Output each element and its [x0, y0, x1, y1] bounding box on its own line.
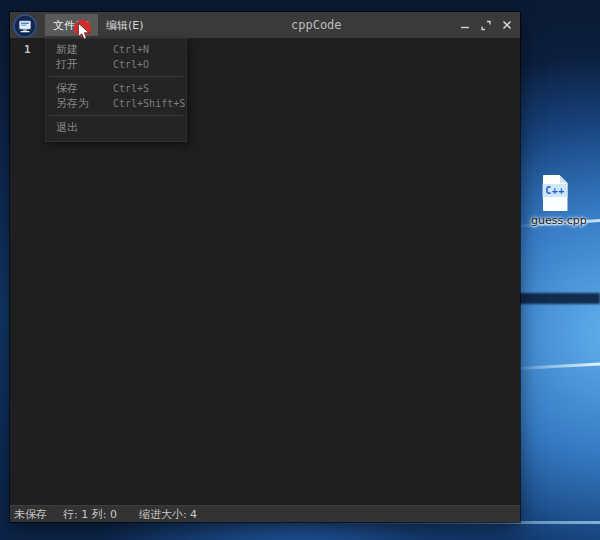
maximize-button[interactable]: [475, 12, 496, 38]
menu-item-label: 保存: [56, 81, 113, 96]
menu-item-shortcut: Ctrl+S: [113, 83, 149, 94]
save-state: 未保存: [14, 507, 47, 522]
cursor-position: 行: 1 列: 0: [63, 507, 117, 522]
minimize-button[interactable]: [454, 12, 475, 38]
minimize-icon: [458, 18, 472, 32]
menu-item-new[interactable]: 新建 Ctrl+N: [46, 42, 186, 57]
menu-edit[interactable]: 编辑(E): [98, 14, 152, 36]
wallpaper-light-beam: [508, 363, 600, 371]
menu-separator: [49, 76, 183, 77]
indent-size: 缩进大小: 4: [139, 507, 197, 522]
cpp-file-icon: C++: [543, 175, 568, 211]
menu-item-exit[interactable]: 退出: [46, 120, 186, 135]
maximize-icon: [479, 18, 493, 32]
menu-item-save-as[interactable]: 另存为 Ctrl+Shift+S: [46, 96, 186, 111]
desktop-wallpaper: C++ guess.cpp 文件(F) 编辑(E) cppCode: [0, 0, 600, 540]
menu-item-shortcut: Ctrl+O: [113, 59, 149, 70]
menu-separator: [49, 115, 183, 116]
desktop-icon-label: guess.cpp: [531, 214, 579, 227]
file-menu-dropdown: 新建 Ctrl+N 打开 Ctrl+O 保存 Ctrl+S 另存为 Ctrl+S…: [45, 38, 187, 142]
cpp-badge: C++: [538, 184, 573, 197]
menu-item-label: 退出: [56, 120, 113, 135]
menu-item-label: 另存为: [56, 96, 113, 111]
cppcode-window: 文件(F) 编辑(E) cppCode: [10, 12, 520, 522]
menu-item-label: 新建: [56, 42, 113, 57]
menu-item-save[interactable]: 保存 Ctrl+S: [46, 81, 186, 96]
page-fold-corner: [560, 175, 568, 183]
menu-item-open[interactable]: 打开 Ctrl+O: [46, 57, 186, 72]
computer-icon: [13, 14, 37, 38]
status-bar: 未保存 行: 1 列: 0 缩进大小: 4: [10, 505, 520, 522]
menu-item-shortcut: Ctrl+Shift+S: [113, 98, 185, 109]
cursor-arrow-icon: [77, 22, 91, 44]
menu-item-label: 打开: [56, 57, 113, 72]
window-title: cppCode: [291, 18, 342, 32]
desktop-icon-guess-cpp[interactable]: C++ guess.cpp: [531, 175, 579, 227]
close-button[interactable]: [496, 12, 517, 38]
menu-item-shortcut: Ctrl+N: [113, 44, 149, 55]
window-controls: [454, 12, 517, 38]
close-icon: [500, 18, 514, 32]
line-number: 1: [24, 43, 31, 56]
